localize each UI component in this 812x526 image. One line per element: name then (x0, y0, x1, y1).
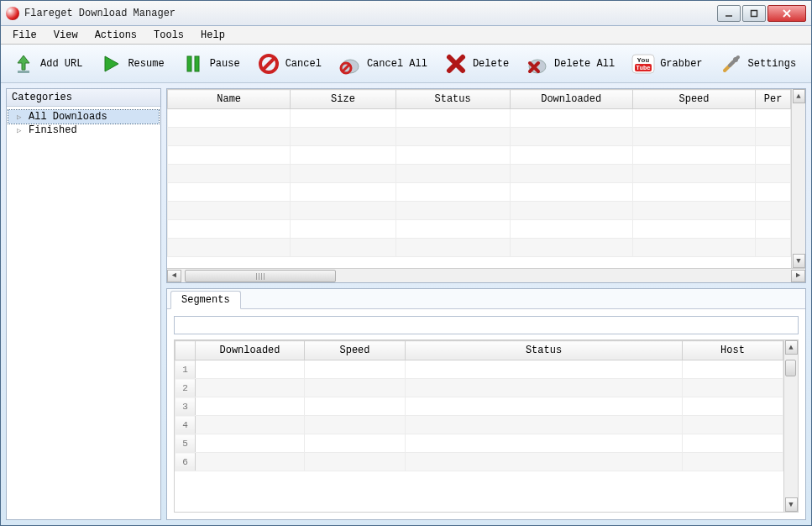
minimize-icon (725, 9, 733, 18)
col-size[interactable]: Size (291, 90, 396, 109)
downloads-header-row[interactable]: Name Size Status Downloaded Speed Per (168, 90, 791, 109)
table-row[interactable]: 1 (175, 360, 783, 379)
cell-host (683, 379, 783, 397)
minimize-button[interactable] (717, 5, 741, 22)
vscroll-thumb[interactable] (785, 360, 796, 376)
cell-name (168, 165, 291, 183)
add-url-button[interactable]: Add URL (4, 48, 90, 80)
delete-label: Delete (473, 58, 509, 70)
table-row[interactable]: 2 (175, 379, 783, 397)
col-speed[interactable]: Speed (632, 90, 755, 109)
menu-tools[interactable]: Tools (145, 28, 192, 43)
grabber-button[interactable]: YouTube Grabber (624, 48, 710, 80)
cell-speed (632, 146, 755, 165)
cell-size (291, 220, 396, 239)
segments-header-row[interactable]: Downloaded Speed Status Host (175, 341, 783, 360)
svg-rect-4 (18, 71, 29, 73)
cell-speed (632, 183, 755, 202)
cell-size (291, 202, 396, 220)
cell-name (168, 220, 291, 239)
segments-vscroll[interactable]: ▲ ▼ (783, 340, 798, 512)
menu-view[interactable]: View (45, 28, 86, 43)
col-seg-downloaded[interactable]: Downloaded (196, 341, 305, 360)
table-row[interactable]: 6 (175, 453, 783, 471)
cell-percent (756, 202, 791, 220)
cell-rownum: 3 (175, 397, 196, 416)
resume-label: Resume (128, 58, 164, 70)
cell-percent (756, 109, 791, 128)
scroll-down-icon[interactable]: ▼ (793, 254, 805, 268)
hscroll-thumb[interactable] (185, 270, 336, 282)
menu-help[interactable]: Help (192, 28, 233, 43)
table-row[interactable] (168, 146, 791, 165)
menu-actions[interactable]: Actions (86, 28, 145, 43)
cell-host (683, 434, 783, 453)
cell-rownum: 4 (175, 416, 196, 434)
cell-host (683, 360, 783, 379)
col-downloaded[interactable]: Downloaded (510, 90, 632, 109)
cell-percent (756, 220, 791, 239)
col-percent[interactable]: Per (756, 90, 791, 109)
cell-size (291, 165, 396, 183)
svg-line-8 (263, 58, 275, 70)
table-row[interactable] (168, 109, 791, 128)
pause-button[interactable]: Pause (174, 48, 248, 80)
downloads-vscroll[interactable]: ▲ ▼ (791, 89, 805, 268)
cancel-button[interactable]: Cancel (249, 48, 329, 80)
cell-downloaded (196, 453, 305, 471)
col-seg-status[interactable]: Status (406, 341, 683, 360)
delete-all-button[interactable]: Delete All (518, 48, 622, 80)
cell-size (291, 128, 396, 146)
scroll-right-icon[interactable]: ► (791, 270, 805, 282)
svg-text:Tube: Tube (637, 65, 651, 71)
scroll-up-icon[interactable]: ▲ (785, 340, 798, 355)
cell-downloaded (510, 165, 632, 183)
table-row[interactable]: 4 (175, 416, 783, 434)
cell-status (406, 360, 683, 379)
table-row[interactable]: 3 (175, 397, 783, 416)
col-rownum[interactable] (175, 341, 196, 360)
table-row[interactable]: 5 (175, 434, 783, 453)
cell-status (396, 183, 510, 202)
scroll-left-icon[interactable]: ◄ (167, 270, 181, 282)
scroll-up-icon[interactable]: ▲ (793, 89, 805, 103)
cell-downloaded (510, 128, 632, 146)
table-row[interactable] (168, 239, 791, 257)
col-seg-host[interactable]: Host (683, 341, 783, 360)
cancel-all-button[interactable]: Cancel All (331, 48, 435, 80)
table-row[interactable] (168, 183, 791, 202)
table-row[interactable] (168, 165, 791, 183)
delete-icon (444, 52, 468, 76)
add-url-label: Add URL (40, 58, 82, 70)
downloads-hscroll[interactable]: ◄ ► (167, 268, 805, 282)
expand-icon[interactable]: ▷ (17, 113, 25, 122)
col-status[interactable]: Status (396, 90, 510, 109)
menubar: File View Actions Tools Help (1, 26, 811, 45)
categories-sidebar: Categories ▷ All Downloads ▷ Finished (6, 88, 161, 520)
expand-icon[interactable]: ▷ (17, 126, 25, 135)
titlebar[interactable]: Flareget Download Manager (1, 1, 811, 26)
add-url-icon (12, 52, 35, 76)
table-row[interactable] (168, 128, 791, 146)
cancel-all-label: Cancel All (367, 58, 427, 70)
cell-status (406, 379, 683, 397)
cell-downloaded (510, 183, 632, 202)
table-row[interactable] (168, 202, 791, 220)
col-name[interactable]: Name (168, 90, 291, 109)
cell-speed (632, 128, 755, 146)
settings-label: Settings (748, 58, 797, 70)
close-button[interactable] (767, 5, 806, 22)
settings-button[interactable]: Settings (712, 48, 804, 80)
category-finished[interactable]: ▷ Finished (8, 124, 159, 137)
window-title: Flareget Download Manager (24, 8, 717, 19)
scroll-down-icon[interactable]: ▼ (785, 497, 798, 512)
cell-downloaded (196, 416, 305, 434)
resume-button[interactable]: Resume (92, 48, 171, 80)
category-all-downloads[interactable]: ▷ All Downloads (8, 110, 159, 124)
menu-file[interactable]: File (4, 28, 45, 43)
segments-tab[interactable]: Segments (170, 291, 241, 309)
maximize-button[interactable] (742, 5, 766, 22)
delete-button[interactable]: Delete (437, 48, 516, 80)
col-seg-speed[interactable]: Speed (305, 341, 406, 360)
table-row[interactable] (168, 220, 791, 239)
